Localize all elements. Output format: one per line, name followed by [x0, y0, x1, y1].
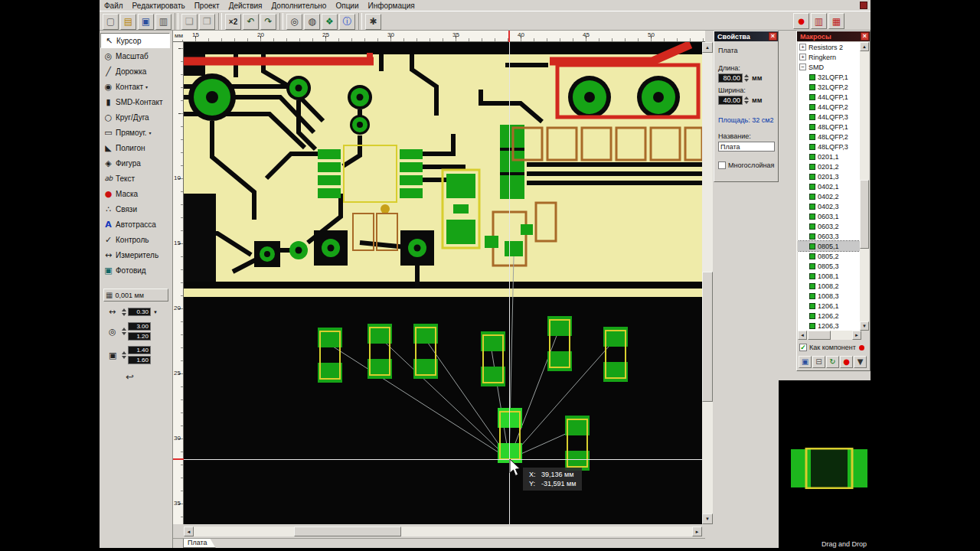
toolbar-button[interactable]: ×2 [225, 14, 241, 30]
macro-tool-button[interactable]: ↻ [826, 356, 839, 368]
canvas-horizontal-scrollbar[interactable]: ◄ ► [184, 527, 702, 536]
tree-item[interactable]: 0201,3 [798, 171, 861, 181]
tool-button[interactable]: ● Маска ▾ [100, 186, 172, 201]
toolbar-button[interactable]: ▢ [103, 14, 119, 30]
board-tab[interactable]: Плата [183, 539, 216, 548]
tree-item[interactable]: 1206,1 [798, 301, 861, 311]
horizontal-scroll-thumb[interactable] [294, 527, 401, 536]
toolbar-button[interactable]: ❖ [322, 14, 338, 30]
toolbar-button[interactable]: ❐ [199, 14, 215, 30]
macro-preview[interactable]: Drag and Drop [779, 380, 871, 551]
board-name-input[interactable] [718, 142, 775, 152]
tree-item[interactable]: − SMD [798, 62, 861, 72]
close-icon[interactable]: × [861, 32, 869, 41]
tool-button[interactable]: ▭ Прямоуг. ▾ [100, 125, 172, 140]
toolbar-button[interactable]: ↶ [243, 14, 259, 30]
toolbar-button[interactable]: ◎ [286, 14, 302, 30]
scroll-right-button[interactable]: ► [852, 331, 861, 340]
vertical-scroll-thumb[interactable] [702, 272, 713, 402]
tree-item[interactable]: 0402,3 [798, 201, 861, 211]
toolbar-button[interactable]: ⓘ [339, 14, 355, 30]
toolbar-button[interactable]: ↷ [260, 14, 276, 30]
menu-item[interactable]: Опции [331, 1, 363, 11]
scroll-left-button[interactable]: ◄ [798, 331, 807, 340]
tree-item[interactable]: 0201,1 [798, 152, 861, 161]
tree-item[interactable]: + Ringkern [798, 52, 861, 62]
tree-item[interactable]: 44LQFP,2 [798, 102, 861, 112]
tree-item[interactable]: 32LQFP,1 [798, 72, 861, 82]
tree-item[interactable]: 44LQFP,1 [798, 92, 861, 102]
tree-item[interactable]: 0603,3 [798, 231, 861, 241]
tree-expander-icon[interactable]: − [799, 64, 806, 70]
horizontal-scroll-thumb[interactable] [808, 331, 831, 340]
tree-item[interactable]: 32LQFP,2 [798, 82, 861, 92]
tool-button[interactable]: ◎ Масштаб ▾ [100, 48, 172, 64]
tool-button[interactable]: ◣ Полигон ▾ [100, 140, 172, 155]
toolbar-button[interactable]: ● [793, 13, 809, 29]
toolbar-button[interactable]: ✱ [365, 14, 381, 30]
menu-item[interactable]: Редактировать [128, 1, 190, 11]
track-width-spinner[interactable] [122, 308, 126, 316]
tree-item[interactable]: 0603,2 [798, 221, 861, 231]
tool-button[interactable]: ◉ Контакт ▾ [100, 79, 172, 94]
tree-item[interactable]: 1008,3 [798, 291, 861, 301]
toolbar-button[interactable]: ▥ [811, 13, 827, 29]
pad-outer-value[interactable]: 3.00 [128, 322, 151, 331]
toolbar-button[interactable]: ▤ [120, 14, 136, 30]
macro-tool-button[interactable]: ● [840, 356, 853, 368]
return-arrow-icon[interactable]: ↩ [126, 371, 138, 383]
tree-item[interactable]: 0402,2 [798, 191, 861, 201]
pcb-canvas[interactable]: X:39,136 мм Y:-31,591 мм [184, 42, 702, 524]
tree-item[interactable]: 1206,2 [798, 311, 861, 321]
tool-button[interactable]: ○ Круг/Дуга ▾ [100, 109, 172, 125]
tree-item[interactable]: 1206,3 [798, 321, 861, 331]
menu-item[interactable]: Информация [364, 1, 420, 11]
tree-horizontal-scrollbar[interactable]: ◄ ► [798, 331, 861, 340]
toolbar-button[interactable]: ▥ [155, 14, 172, 30]
tree-item[interactable]: 48LQFP,3 [798, 142, 861, 152]
menu-item[interactable]: Проект [190, 1, 224, 11]
tree-item[interactable]: 48LQFP,2 [798, 132, 861, 142]
canvas-vertical-scrollbar[interactable]: ▲ ▼ [702, 42, 713, 524]
tree-item[interactable]: 0805,3 [798, 261, 861, 271]
scroll-up-button[interactable]: ▲ [702, 42, 713, 53]
track-width-value[interactable]: 0.30 [128, 308, 151, 316]
pad-inner-value[interactable]: 1.20 [128, 332, 151, 341]
width-input[interactable] [718, 96, 743, 105]
scroll-left-button[interactable]: ◄ [184, 527, 194, 536]
chevron-down-icon[interactable]: ▾ [145, 84, 148, 90]
as-component-checkbox[interactable]: ✓ [799, 344, 807, 351]
scroll-down-button[interactable]: ▼ [702, 514, 713, 524]
tool-button[interactable]: ∴ Связи ▾ [100, 201, 172, 217]
tree-item[interactable]: 1008,1 [798, 271, 861, 281]
tree-item[interactable]: 1008,2 [798, 281, 861, 291]
menu-item[interactable]: Действия [224, 1, 267, 11]
tool-button[interactable]: ↔ Измеритель ▾ [100, 247, 172, 262]
macro-tool-button[interactable]: ⊟ [812, 356, 825, 368]
macro-tool-button[interactable]: ▣ [799, 356, 812, 368]
scroll-up-button[interactable]: ▲ [860, 42, 869, 51]
tree-item[interactable]: 0201,2 [798, 161, 861, 171]
tool-button[interactable]: ▣ Фотовид ▾ [100, 262, 172, 278]
toolbar-button[interactable]: ◍ [304, 14, 320, 30]
tree-item[interactable]: 0603,1 [798, 211, 861, 221]
smd-height-value[interactable]: 1.60 [128, 356, 151, 364]
chevron-down-icon[interactable]: ▾ [149, 130, 152, 135]
scroll-down-button[interactable]: ▼ [860, 321, 869, 331]
length-spinner[interactable] [744, 74, 749, 82]
grid-step-button[interactable]: ▦ 0,001 мм [103, 289, 168, 302]
macro-tool-button[interactable]: ▼ [854, 356, 867, 368]
tool-button[interactable]: ▮ SMD-Контакт ▾ [100, 94, 172, 109]
scroll-right-button[interactable]: ► [692, 527, 702, 536]
tool-button[interactable]: ab Текст ▾ [100, 171, 172, 186]
toolbar-button[interactable]: ▦ [828, 13, 844, 29]
chevron-down-icon[interactable]: ▼ [153, 310, 158, 315]
menu-item[interactable]: Дополнительно [266, 1, 331, 11]
tool-button[interactable]: A Автотрасса ▾ [100, 217, 172, 232]
tree-item[interactable]: 0402,1 [798, 181, 861, 191]
pad-size-spinner[interactable] [122, 328, 126, 335]
tool-button[interactable]: ╱ Дорожка ▾ [100, 64, 172, 79]
multilayer-checkbox[interactable] [718, 161, 726, 169]
width-spinner[interactable] [744, 96, 749, 104]
tree-item[interactable]: 0805,1 [798, 241, 861, 251]
